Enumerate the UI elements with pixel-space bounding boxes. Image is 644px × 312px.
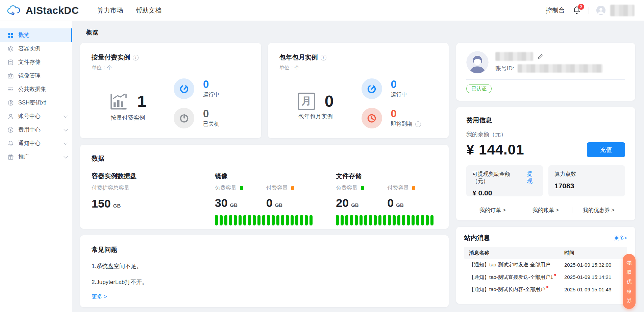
redacted-username[interactable] — [610, 5, 635, 16]
claim-coupon-label: 领取优惠券 — [626, 258, 632, 305]
header-avatar[interactable] — [596, 6, 605, 15]
card-title: 常见问题 — [92, 245, 437, 254]
avatar[interactable] — [466, 51, 489, 73]
sidebar-label: 账号中心 — [18, 113, 41, 120]
stopped-stat: 0 已关机 — [174, 108, 249, 128]
redacted-display-name — [495, 52, 533, 61]
disk-unit: GB — [113, 203, 121, 209]
nav-compute-market[interactable]: 算力市场 — [97, 6, 123, 15]
file-storage-icon — [7, 59, 14, 66]
image-capacity-bars — [215, 215, 318, 225]
page-title: 概览 — [86, 28, 635, 37]
image-manage-icon — [7, 73, 14, 79]
my-coupons-link[interactable]: 我的优惠券 > — [572, 207, 625, 214]
sidebar-item-account-center[interactable]: 账号中心 — [0, 110, 72, 123]
prepaid-total: 月 0 包年包月实例 — [279, 76, 352, 128]
chevron-down-icon — [64, 127, 68, 131]
sidebar-label: 费用中心 — [18, 126, 41, 134]
green-legend-square — [361, 186, 364, 190]
green-legend-square — [240, 186, 243, 190]
message-row[interactable]: 【通知】tao-测试直接发送-全部用户1 2025-01-09 15:14:21 — [464, 271, 627, 283]
running-label: 运行中 — [391, 91, 407, 98]
console-link[interactable]: 控制台 — [546, 6, 565, 15]
main-area: 概览 按量付费实例 i 单位：个 — [72, 21, 644, 312]
sidebar-item-container-instances[interactable]: 容器实例 — [0, 42, 72, 55]
card-title: 数据 — [92, 154, 439, 163]
card-title: 费用信息 — [466, 116, 625, 125]
info-icon[interactable]: i — [415, 121, 421, 127]
card-title: 站内消息 — [464, 234, 490, 242]
left-column: 按量付费实例 i 单位：个 — [80, 43, 449, 307]
disk-value: 150 — [92, 197, 111, 210]
chevron-down-icon — [64, 114, 68, 118]
payg-total-label: 按量付费实例 — [92, 114, 164, 122]
nav-help-docs[interactable]: 帮助文档 — [136, 6, 162, 15]
sidebar-item-image-management[interactable]: 镜像管理 — [0, 69, 72, 82]
points-label: 算力点数 — [554, 171, 576, 178]
faq-more-link[interactable]: 更多 > — [92, 293, 107, 301]
balance-label: 我的余额（元） — [466, 130, 625, 138]
card-title: 按量付费实例 — [92, 53, 130, 62]
unread-dot — [554, 274, 556, 276]
prepaid-total-count: 0 — [325, 92, 334, 111]
right-column: 账号ID: 已认证 费用信息 我的余额（元） ¥ 1 — [456, 43, 635, 307]
notification-bell-icon — [7, 140, 14, 147]
disk-label: 付费扩容总容量 — [92, 185, 197, 192]
file-free-label: 免费容量 — [336, 185, 357, 192]
disk-title: 容器实例数据盘 — [92, 172, 197, 181]
expiring-label: 即将到期 — [391, 121, 413, 128]
faq-item[interactable]: 1.系统盘空间不足。 — [92, 262, 437, 270]
running-stat: 0 运行中 — [362, 78, 437, 99]
claim-coupon-floating-button[interactable]: 领取优惠券 — [623, 254, 636, 309]
sidebar-item-billing-center[interactable]: 费用中心 — [0, 123, 72, 137]
brand[interactable]: AIStackDC — [7, 4, 79, 17]
sidebar: 概览 容器实例 文件存储 镜像管理 — [0, 21, 72, 312]
my-orders-link[interactable]: 我的订单 > — [466, 207, 519, 214]
sidebar-item-ssh-keys[interactable]: SSH密钥对 — [0, 96, 72, 110]
my-bills-link[interactable]: 我的账单 > — [519, 207, 572, 214]
divider — [206, 173, 206, 217]
file-paid-label: 付费容量 — [387, 185, 409, 192]
table-header-row: 消息名称 时间 — [464, 247, 627, 259]
payg-instances-card: 按量付费实例 i 单位：个 — [80, 43, 261, 138]
message-row[interactable]: 【通知】tao-测试长内容-全部用户 2025-01-09 15:01:43 — [464, 283, 627, 295]
account-icon — [7, 113, 14, 120]
divider — [466, 79, 625, 80]
messages-more-link[interactable]: 更多> — [614, 235, 627, 241]
brand-name: AIStackDC — [26, 5, 79, 16]
divider — [327, 173, 327, 217]
site-messages-card: 站内消息 更多> 消息名称 时间 【通知】tao-测试定时发送-全部用户 202… — [456, 227, 635, 304]
notification-count-badge: 3 — [578, 4, 584, 10]
notification-bell-button[interactable]: 3 — [572, 6, 581, 15]
sidebar-label: 推广 — [18, 153, 29, 161]
sidebar-item-file-storage[interactable]: 文件存储 — [0, 55, 72, 69]
sidebar-item-notification-center[interactable]: 通知中心 — [0, 137, 72, 150]
card-title: 包年包月实例 — [279, 53, 318, 62]
sidebar-item-overview[interactable]: 概览 — [0, 28, 72, 42]
recharge-button[interactable]: 充值 — [587, 142, 625, 157]
faq-item[interactable]: 2.JupyterLab打不开。 — [92, 278, 437, 286]
sidebar-item-public-datasets[interactable]: 公共数据集 — [0, 82, 72, 96]
top-header: AIStackDC 算力市场 帮助文档 控制台 3 — [0, 0, 644, 21]
billing-card: 费用信息 我的余额（元） ¥ 144.01 充值 可提现奖励金额（元） 提现 — [456, 107, 635, 220]
sidebar-item-promotion[interactable]: 推广 — [0, 150, 72, 164]
sidebar-label: 通知中心 — [18, 140, 41, 147]
info-icon[interactable]: i — [321, 55, 326, 61]
message-row[interactable]: 【通知】tao-测试定时发送-全部用户 2025-01-09 15:32:00 — [464, 259, 627, 271]
running-count: 0 — [391, 79, 407, 90]
dataset-icon — [7, 86, 14, 93]
cloud-star-logo-icon — [7, 4, 22, 17]
clock-icon — [362, 108, 382, 128]
gauge-icon — [362, 78, 382, 99]
orange-legend-square — [291, 186, 294, 190]
billing-icon — [7, 127, 14, 133]
verified-badge: 已认证 — [466, 84, 492, 93]
header-divider — [589, 7, 589, 14]
info-icon[interactable]: i — [133, 55, 139, 61]
points-box: 算力点数 17083 — [548, 165, 625, 196]
withdraw-link[interactable]: 提现 — [527, 171, 537, 185]
edit-pencil-icon[interactable] — [537, 53, 543, 59]
payg-total-count: 1 — [137, 92, 146, 111]
points-value: 17083 — [554, 182, 619, 190]
data-disk-column: 容器实例数据盘 付费扩容总容量 150GB — [92, 172, 197, 225]
